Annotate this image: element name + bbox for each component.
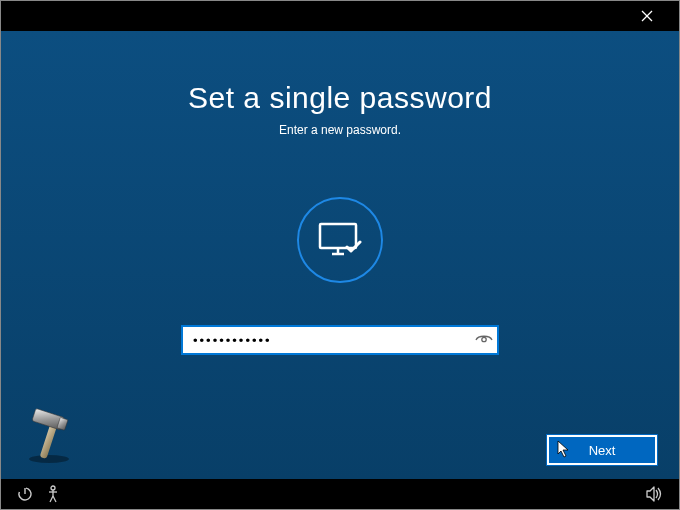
eye-reveal-icon: [475, 333, 493, 347]
cursor-icon: [557, 440, 571, 458]
svg-line-16: [53, 496, 56, 502]
next-button[interactable]: Next: [547, 435, 657, 465]
bottom-bar: [1, 479, 679, 509]
svg-point-6: [29, 455, 69, 463]
svg-point-12: [51, 486, 55, 490]
accessibility-icon: [45, 485, 61, 503]
volume-button[interactable]: [641, 479, 669, 509]
hero-icon-circle: [297, 197, 383, 283]
hammer-watermark: [19, 405, 79, 469]
reveal-password-button[interactable]: [475, 333, 493, 347]
power-icon: [17, 486, 33, 502]
monitor-check-icon: [318, 220, 362, 260]
volume-icon: [646, 486, 664, 502]
close-icon: [641, 10, 653, 22]
svg-rect-2: [320, 224, 356, 248]
hammer-icon: [19, 405, 79, 465]
power-button[interactable]: [11, 479, 39, 509]
svg-point-5: [482, 337, 486, 341]
password-input[interactable]: [181, 325, 499, 355]
password-field-row: [181, 325, 499, 355]
page-title: Set a single password: [188, 81, 492, 115]
main-content: Set a single password Enter a new passwo…: [1, 31, 679, 479]
next-button-label: Next: [589, 443, 616, 458]
svg-marker-17: [647, 487, 654, 501]
close-button[interactable]: [627, 1, 667, 31]
titlebar: [1, 1, 679, 31]
accessibility-button[interactable]: [39, 479, 67, 509]
page-subtitle: Enter a new password.: [279, 123, 401, 137]
svg-line-15: [50, 496, 53, 502]
